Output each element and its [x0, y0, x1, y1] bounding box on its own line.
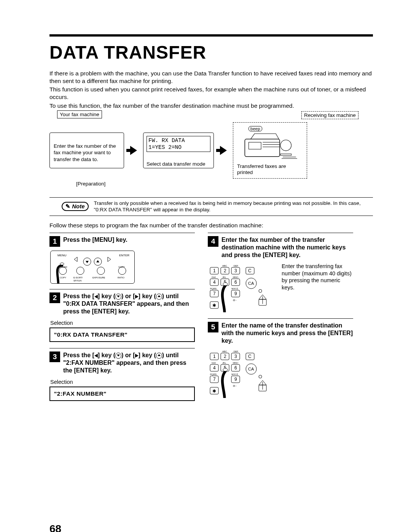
svg-point-57 — [259, 289, 262, 292]
panel-enter-fax-number: Enter the fax number of the fax machine … — [49, 133, 124, 168]
page-number: 68 — [49, 523, 61, 532]
svg-text:PQRS: PQRS — [210, 373, 217, 375]
svg-text:DEF: DEF — [234, 350, 238, 353]
svg-text:9: 9 — [234, 291, 237, 296]
lcd-display: FW. RX DATA 1=YES 2=NO — [147, 136, 210, 152]
svg-marker-12 — [86, 261, 89, 263]
intro-para-3: To use this function, the fax number of … — [49, 102, 373, 110]
svg-text:3: 3 — [234, 268, 237, 273]
svg-text:2: 2 — [224, 354, 226, 359]
svg-text:@.-: @.- — [233, 299, 237, 301]
page-title: DATA TRANSFER — [49, 42, 373, 63]
panel2-caption: Select data transfer mode — [147, 161, 210, 167]
note-label: Note — [62, 202, 89, 211]
intro-para-1: If there is a problem with the machine, … — [49, 70, 373, 85]
intro-para-2: This function is used when you cannot pr… — [49, 86, 373, 101]
svg-text:9: 9 — [234, 377, 237, 382]
svg-marker-14 — [96, 260, 99, 262]
step-1: 1 Press the [MENU] key. — [49, 236, 195, 247]
preparation-label: [Preparation] — [76, 181, 373, 187]
right-arrow-icon — [135, 354, 139, 358]
svg-text:6: 6 — [234, 365, 237, 371]
svg-text:ABC: ABC — [222, 350, 227, 353]
step-number: 1 — [49, 236, 60, 247]
svg-text:COPY: COPY — [60, 276, 66, 279]
svg-point-16 — [76, 267, 84, 275]
svg-rect-6 — [280, 154, 291, 155]
step-title: Press the [MENU] key. — [63, 236, 127, 247]
svg-point-61 — [223, 283, 228, 286]
svg-text:1: 1 — [213, 268, 216, 273]
svg-point-15 — [59, 267, 67, 275]
display-box: "2:FAX NUMBER" — [49, 387, 195, 401]
svg-text:@.-: @.- — [233, 385, 237, 387]
keypad-illustration: ABCDEF 1 2 3 GHIJKLMNO 4 5 6 PQRSWXYZ 7 … — [208, 348, 276, 398]
svg-text:EXPOSURE: EXPOSURE — [92, 276, 105, 279]
svg-text:WXYZ: WXYZ — [231, 373, 238, 375]
menu-label: MENU — [57, 254, 67, 257]
recv-caption: Transferred faxes are printed — [237, 163, 303, 176]
svg-text:JKL: JKL — [222, 276, 226, 278]
svg-text:CA: CA — [248, 367, 254, 371]
svg-text:GHI: GHI — [212, 362, 216, 364]
receiving-machine-panel: beep Transferred faxes are printed — [233, 122, 307, 179]
lcd-line-1: FW. RX DATA — [148, 137, 209, 144]
svg-rect-0 — [245, 139, 280, 157]
svg-text:2: 2 — [224, 268, 226, 273]
svg-text:SP.FUN: SP.FUN — [73, 280, 81, 282]
svg-marker-10 — [108, 257, 111, 262]
step-title: Enter the fax number of the transfer des… — [221, 236, 353, 259]
arrow-icon — [128, 146, 139, 155]
display-box: "0:RX DATA TRANSFER" — [49, 328, 195, 342]
fax-machine-icon — [237, 131, 303, 162]
svg-text:✱: ✱ — [212, 388, 216, 394]
receiving-machine-label: Receiving fax machine — [301, 111, 358, 119]
step-number: 3 — [49, 351, 60, 362]
svg-text:MNO: MNO — [233, 362, 238, 364]
svg-text:WXYZ: WXYZ — [231, 288, 238, 290]
left-arrow-icon — [94, 295, 98, 299]
step-number: 4 — [208, 236, 218, 247]
svg-text:3: 3 — [234, 354, 237, 359]
svg-text:MNO: MNO — [233, 276, 238, 278]
svg-text:COPY: COPY — [118, 266, 125, 268]
svg-text:E-SORT/: E-SORT/ — [73, 276, 83, 279]
svg-text:1: 1 — [213, 354, 216, 359]
svg-marker-9 — [74, 257, 77, 262]
svg-text:DEF: DEF — [234, 265, 238, 267]
note-box: Note Transfer is only possible when a re… — [49, 197, 373, 216]
left-arrow-icon — [94, 354, 98, 358]
svg-text:4: 4 — [213, 280, 216, 285]
svg-text:CA: CA — [248, 281, 254, 286]
svg-text:C: C — [248, 354, 252, 359]
svg-text:7: 7 — [213, 291, 216, 296]
svg-text:4: 4 — [213, 365, 216, 371]
arrow-icon — [218, 146, 229, 155]
svg-text:RATIO: RATIO — [118, 276, 124, 279]
keypad-illustration: ABCDEF 1 2 3 GHIJKLMNO 4 5 6 PQRSWXYZ 7 … — [208, 263, 276, 312]
up-circle-icon — [156, 353, 162, 359]
svg-point-18 — [118, 267, 126, 275]
beep-label: beep — [249, 126, 262, 131]
step-number: 5 — [208, 322, 218, 332]
svg-point-26 — [60, 263, 64, 265]
lcd-line-2: 1=YES 2=NO — [148, 144, 209, 151]
up-circle-icon — [156, 294, 162, 300]
svg-text:C: C — [248, 268, 252, 273]
svg-text:7: 7 — [213, 377, 216, 382]
svg-text:GHI: GHI — [212, 276, 216, 278]
note-text: Transfer is only possible when a receive… — [94, 200, 373, 213]
svg-rect-1 — [249, 142, 261, 149]
menu-panel-illustration: MENU ENTER 2-SIDED COPY E-SORT/ SP.FUN — [50, 251, 135, 284]
svg-text:✱: ✱ — [212, 303, 216, 308]
selection-label: Selection — [50, 320, 195, 326]
selection-label: Selection — [50, 379, 195, 385]
svg-text:ABC: ABC — [222, 265, 227, 267]
step-title: Enter the name of the transfer destinati… — [221, 322, 353, 345]
svg-point-5 — [280, 140, 291, 150]
svg-text:PQRS: PQRS — [210, 288, 217, 290]
svg-text:JKL: JKL — [222, 362, 226, 364]
down-circle-icon — [115, 294, 121, 300]
step-title: Press the [] key () or [] key () until "… — [63, 292, 195, 315]
step4-side-text: Enter the transferring fax number (maxim… — [282, 263, 353, 312]
